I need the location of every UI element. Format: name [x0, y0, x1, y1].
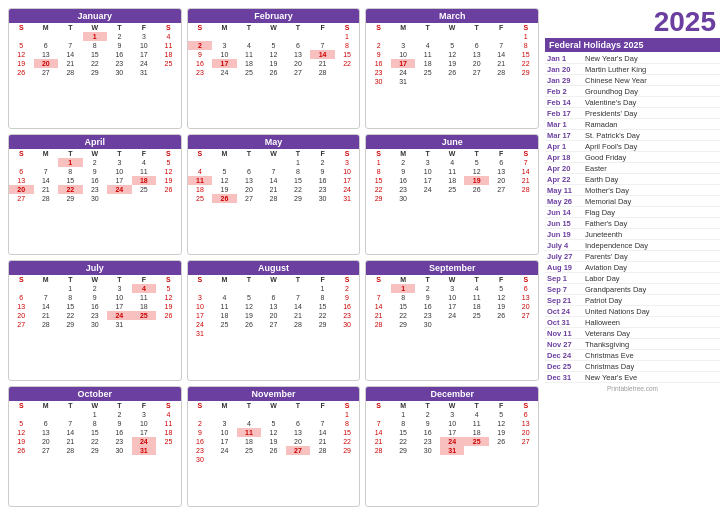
day-cell: 13 [286, 50, 311, 59]
month-header-september: September [366, 261, 538, 275]
day-cell: 27 [286, 68, 311, 77]
empty-cell [440, 32, 465, 41]
holiday-row: Sep 7Grandparents Day [545, 284, 720, 295]
day-cell: 18 [212, 311, 237, 320]
day-cell: 27 [464, 68, 489, 77]
day-cell: 18 [132, 176, 157, 185]
empty-cell [310, 410, 335, 419]
day-cell: 1 [286, 158, 311, 167]
holiday-name: New Year's Eve [585, 373, 637, 382]
day-cell: 18 [156, 50, 181, 59]
day-cell: 30 [107, 68, 132, 77]
day-cell: 12 [489, 293, 514, 302]
day-header: F [310, 275, 335, 284]
day-header: W [440, 23, 465, 32]
day-cell: 17 [391, 59, 416, 68]
day-cell: 24 [107, 311, 132, 320]
day-cell: 8 [58, 167, 83, 176]
day-cell: 10 [212, 50, 237, 59]
day-cell: 7 [261, 167, 286, 176]
day-cell: 20 [286, 59, 311, 68]
day-cell: 22 [391, 311, 416, 320]
day-cell: 30 [415, 446, 440, 455]
day-cell: 12 [237, 302, 262, 311]
day-cell: 6 [286, 41, 311, 50]
day-cell: 1 [335, 32, 360, 41]
day-cell: 7 [513, 158, 538, 167]
day-cell: 13 [286, 428, 311, 437]
day-cell: 28 [286, 320, 311, 329]
day-cell: 17 [188, 311, 213, 320]
holiday-row: Oct 31Halloween [545, 317, 720, 328]
holiday-row: Jun 19Juneteenth [545, 229, 720, 240]
day-cell: 9 [107, 419, 132, 428]
month-header-june: June [366, 135, 538, 149]
empty-cell [34, 158, 59, 167]
day-cell: 6 [513, 410, 538, 419]
day-cell: 8 [286, 167, 311, 176]
day-cell: 10 [107, 293, 132, 302]
day-cell: 19 [9, 59, 34, 68]
day-cell: 20 [9, 311, 34, 320]
day-cell: 23 [107, 437, 132, 446]
day-cell: 19 [156, 302, 181, 311]
day-cell: 10 [415, 167, 440, 176]
empty-cell [212, 158, 237, 167]
day-cell: 15 [286, 176, 311, 185]
day-cell: 17 [132, 428, 157, 437]
day-cell: 12 [489, 419, 514, 428]
month-header-november: November [188, 387, 360, 401]
holiday-name: Easter [585, 164, 607, 173]
day-cell: 25 [188, 194, 213, 203]
day-cell: 17 [107, 302, 132, 311]
day-header: W [261, 401, 286, 410]
day-cell: 23 [83, 311, 108, 320]
day-cell: 7 [58, 41, 83, 50]
day-header: S [188, 23, 213, 32]
day-cell: 16 [391, 176, 416, 185]
day-header: T [464, 275, 489, 284]
day-cell: 20 [286, 437, 311, 446]
day-cell: 26 [261, 446, 286, 455]
day-cell: 16 [415, 302, 440, 311]
day-cell: 12 [9, 50, 34, 59]
day-header: M [212, 275, 237, 284]
day-cell: 7 [34, 293, 59, 302]
day-cell: 22 [286, 185, 311, 194]
day-cell: 2 [415, 410, 440, 419]
day-cell: 3 [107, 158, 132, 167]
day-cell: 15 [335, 428, 360, 437]
holiday-row: Jan 20Martin Luther King [545, 64, 720, 75]
day-header: F [132, 149, 157, 158]
holiday-date: Jan 1 [547, 54, 581, 63]
holiday-date: May 11 [547, 186, 581, 195]
day-cell: 18 [415, 59, 440, 68]
calendar-may: MaySMTWTFS123456789101112131415161718192… [187, 134, 361, 255]
day-cell: 2 [188, 419, 213, 428]
day-cell: 9 [83, 293, 108, 302]
holidays-list: Jan 1New Year's DayJan 20Martin Luther K… [545, 53, 720, 383]
day-header: T [286, 275, 311, 284]
holiday-row: Dec 24Christmas Eve [545, 350, 720, 361]
day-cell: 21 [366, 437, 391, 446]
main-container: JanuarySMTWTFS12345678910111213141516171… [8, 8, 720, 507]
day-cell: 14 [261, 176, 286, 185]
day-cell: 18 [464, 428, 489, 437]
day-header: S [513, 401, 538, 410]
day-cell: 20 [261, 311, 286, 320]
day-cell: 7 [34, 167, 59, 176]
holiday-name: Valentine's Day [585, 98, 636, 107]
day-header: T [58, 401, 83, 410]
day-cell: 25 [440, 185, 465, 194]
day-cell: 4 [237, 419, 262, 428]
day-cell: 30 [335, 320, 360, 329]
day-cell: 8 [391, 419, 416, 428]
day-cell: 25 [132, 311, 157, 320]
holiday-row: Sep 1Labor Day [545, 273, 720, 284]
day-cell: 5 [156, 284, 181, 293]
holiday-name: St. Patrick's Day [585, 131, 640, 140]
holiday-name: Chinese New Year [585, 76, 647, 85]
day-cell: 11 [156, 41, 181, 50]
day-cell: 9 [335, 293, 360, 302]
day-cell: 2 [335, 284, 360, 293]
